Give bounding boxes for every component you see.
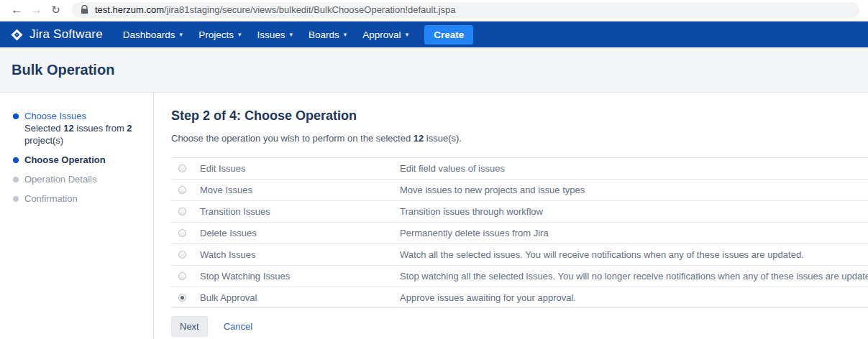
wizard-step-choose-operation: Choose Operation xyxy=(13,154,146,166)
operation-name[interactable]: Transition Issues xyxy=(200,206,400,217)
wizard-step-choose-issues: Choose IssuesSelected 12 issues from 2 p… xyxy=(13,110,146,147)
radio-button[interactable] xyxy=(178,251,186,259)
operation-name[interactable]: Watch Issues xyxy=(200,249,400,260)
operation-name[interactable]: Delete Issues xyxy=(200,228,400,238)
radio-button[interactable] xyxy=(178,186,186,194)
actions-bar: Next Cancel xyxy=(171,316,868,337)
operation-name[interactable]: Stop Watching Issues xyxy=(200,271,400,282)
url-host: test.herzum.com xyxy=(95,4,164,15)
radio-button[interactable] xyxy=(178,272,186,280)
radio-dot xyxy=(181,253,184,256)
nav-item-label: Approval xyxy=(362,29,401,40)
radio-button[interactable] xyxy=(178,229,186,237)
chevron-down-icon: ▾ xyxy=(180,31,183,38)
page-header: Bulk Operation xyxy=(0,47,868,93)
address-bar[interactable]: test.herzum.com/jira81staging/secure/vie… xyxy=(72,2,859,18)
step-bullet-icon xyxy=(13,157,19,163)
operation-description: Permanently delete issues from Jira xyxy=(400,228,868,238)
back-icon[interactable]: ← xyxy=(7,4,27,16)
operation-description: Edit field values of issues xyxy=(400,163,868,174)
step-bullet-icon xyxy=(13,177,19,182)
step-subtitle: Choose the operation you wish to perform… xyxy=(171,133,868,144)
wizard-step-operation-details: Operation Details xyxy=(13,173,146,185)
nav-item-label: Issues xyxy=(257,29,285,40)
wizard-step-confirmation: Confirmation xyxy=(13,192,146,205)
browser-toolbar: ← → ↻ test.herzum.com/jira81staging/secu… xyxy=(0,0,868,22)
operation-description: Move issues to new projects and issue ty… xyxy=(400,185,868,195)
nav-menu: Dashboards▾Projects▾Issues▾Boards▾Approv… xyxy=(115,23,416,47)
radio-dot xyxy=(181,231,184,235)
operation-description: Transition issues through workflow xyxy=(400,206,868,217)
radio-dot xyxy=(181,296,184,299)
operation-description: Stop watching all the selected issues. Y… xyxy=(400,271,868,282)
radio-dot xyxy=(181,210,184,213)
lock-icon[interactable] xyxy=(81,5,88,14)
step-heading: Step 2 of 4: Choose Operation xyxy=(171,108,868,124)
radio-button[interactable] xyxy=(178,208,186,215)
nav-item-label: Dashboards xyxy=(123,29,175,40)
brand-name: Jira Software xyxy=(29,27,103,42)
nav-item-dashboards[interactable]: Dashboards▾ xyxy=(115,23,191,47)
step-body: Operation Details xyxy=(24,173,134,185)
operation-row-watch-issues: Watch IssuesWatch all the selected issue… xyxy=(171,243,868,265)
operation-name[interactable]: Bulk Approval xyxy=(200,292,400,303)
step-body: Choose IssuesSelected 12 issues from 2 p… xyxy=(24,110,134,147)
wizard-sidebar: Choose IssuesSelected 12 issues from 2 p… xyxy=(0,93,154,338)
create-button[interactable]: Create xyxy=(424,25,473,45)
radio-dot xyxy=(181,274,184,278)
chevron-down-icon: ▾ xyxy=(344,31,347,38)
page-title: Bulk Operation xyxy=(12,62,114,78)
nav-item-label: Projects xyxy=(198,29,234,40)
step-label: Confirmation xyxy=(24,192,134,205)
step-label: Operation Details xyxy=(24,173,134,185)
chevron-down-icon: ▾ xyxy=(406,31,409,38)
radio-dot xyxy=(181,188,184,192)
operation-name[interactable]: Move Issues xyxy=(200,185,400,195)
jira-diamond-icon xyxy=(10,28,24,42)
radio-dot xyxy=(181,167,184,170)
operation-row-edit-issues: Edit IssuesEdit field values of issues xyxy=(171,157,868,179)
screen: ← → ↻ test.herzum.com/jira81staging/secu… xyxy=(0,0,868,339)
step-description: Selected 12 issues from 2 project(s) xyxy=(24,122,134,147)
step-label: Choose Operation xyxy=(24,154,134,166)
step-bullet-icon xyxy=(13,196,19,202)
content: Choose IssuesSelected 12 issues from 2 p… xyxy=(0,93,868,338)
cancel-link[interactable]: Cancel xyxy=(224,321,252,332)
chevron-down-icon: ▾ xyxy=(289,31,293,38)
step-bullet-icon xyxy=(13,113,19,119)
step-label[interactable]: Choose Issues xyxy=(24,110,134,122)
radio-button[interactable] xyxy=(178,164,186,172)
refresh-icon[interactable]: ↻ xyxy=(46,4,65,15)
next-button[interactable]: Next xyxy=(171,316,208,337)
operation-row-move-issues: Move IssuesMove issues to new projects a… xyxy=(171,179,868,200)
nav-item-boards[interactable]: Boards▾ xyxy=(301,23,355,47)
operation-row-transition-issues: Transition IssuesTransition issues throu… xyxy=(171,200,868,222)
jira-logo[interactable]: Jira Software xyxy=(10,27,103,42)
operation-row-stop-watching-issues: Stop Watching IssuesStop watching all th… xyxy=(171,265,868,287)
nav-item-approval[interactable]: Approval▾ xyxy=(355,23,416,47)
step-body: Confirmation xyxy=(24,192,134,205)
nav-item-label: Boards xyxy=(309,29,339,40)
radio-button[interactable] xyxy=(178,294,186,302)
url-path: /jira81staging/secure/views/bulkedit/Bul… xyxy=(164,4,455,15)
step-body: Choose Operation xyxy=(24,154,134,166)
operation-description: Approve issues awaiting for your approva… xyxy=(400,292,868,303)
operation-name[interactable]: Edit Issues xyxy=(200,163,400,174)
chevron-down-icon: ▾ xyxy=(238,31,242,38)
operation-row-bulk-approval: Bulk ApprovalApprove issues awaiting for… xyxy=(171,287,868,308)
main-panel: Step 2 of 4: Choose Operation Choose the… xyxy=(154,93,868,338)
operation-row-delete-issues: Delete IssuesPermanently delete issues f… xyxy=(171,222,868,243)
forward-icon[interactable]: → xyxy=(27,4,46,16)
operation-description: Watch all the selected issues. You will … xyxy=(400,249,868,260)
url-text: test.herzum.com/jira81staging/secure/vie… xyxy=(95,4,456,15)
nav-item-projects[interactable]: Projects▾ xyxy=(191,23,249,47)
jira-navbar: Jira Software Dashboards▾Projects▾Issues… xyxy=(0,22,868,47)
nav-item-issues[interactable]: Issues▾ xyxy=(249,23,301,47)
operations-table: Edit IssuesEdit field values of issuesMo… xyxy=(171,157,868,308)
